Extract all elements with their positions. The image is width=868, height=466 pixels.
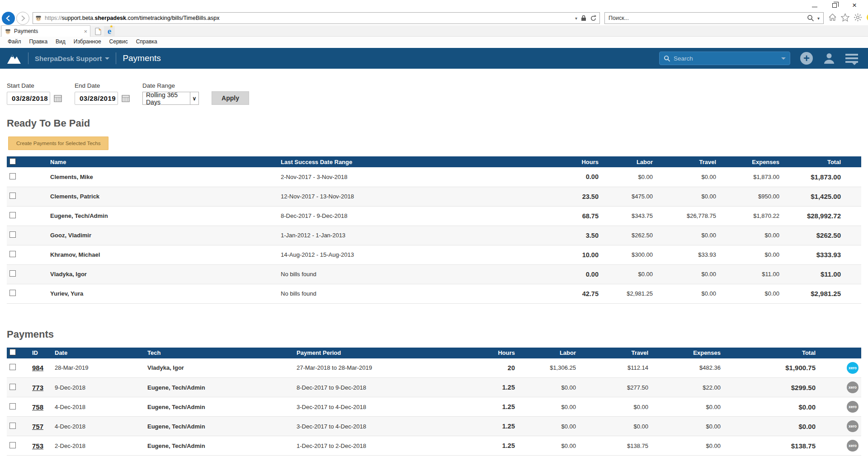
end-date-input[interactable]: 03/28/2019	[75, 92, 118, 105]
labor-value: $0.00	[518, 378, 579, 397]
sherpadesk-favicon	[35, 14, 42, 22]
select-all-checkbox[interactable]	[9, 349, 16, 355]
col-travel: Travel	[656, 156, 719, 167]
total-value: $299.50	[723, 378, 818, 397]
menu-file[interactable]: Файл	[4, 38, 25, 45]
tab-payments[interactable]: Payments ×	[1, 25, 90, 37]
xero-sync-badge[interactable]: xero	[847, 401, 859, 413]
payment-id-link[interactable]: 773	[32, 384, 43, 391]
payment-id-link[interactable]: 758	[32, 403, 43, 411]
new-tab-page-icon: ★	[95, 28, 101, 35]
sherpadesk-logo[interactable]	[6, 52, 22, 65]
menu-help[interactable]: Справка	[132, 38, 161, 45]
payment-id-link[interactable]: 984	[32, 364, 43, 372]
row-checkbox[interactable]	[9, 173, 16, 179]
forward-button[interactable]	[16, 12, 29, 25]
hours-value: 0.00	[533, 264, 601, 284]
row-checkbox[interactable]	[9, 384, 16, 390]
open-edge-button[interactable]: e	[104, 26, 115, 36]
apply-button[interactable]: Apply	[212, 91, 249, 105]
address-bar[interactable]: https://support.beta.sherpadesk.com/time…	[33, 12, 600, 24]
new-tab-button[interactable]: ★	[93, 27, 103, 36]
total-value: $138.75	[723, 436, 818, 456]
minimize-button[interactable]	[805, 0, 825, 11]
total-value: $1,900.75	[723, 358, 818, 378]
create-payments-button[interactable]: Create Payments for Selected Techs	[8, 137, 108, 150]
payments-table-row: 758 4-Dec-2018 Eugene, Tech/Admin 3-Dec-…	[7, 397, 861, 417]
select-all-checkbox[interactable]	[9, 158, 16, 165]
url-dropdown-caret[interactable]: ▾	[575, 16, 577, 21]
col-range: Last Success Date Range	[278, 156, 533, 167]
search-scope-caret[interactable]	[781, 57, 786, 60]
feedback-smiley-icon[interactable]	[866, 13, 868, 22]
travel-value: $277.50	[579, 378, 651, 397]
svg-text:★: ★	[99, 28, 101, 31]
app-search-placeholder: Search	[674, 55, 781, 62]
row-checkbox[interactable]	[9, 193, 16, 199]
menu-tools[interactable]: Сервис	[105, 38, 132, 45]
main-menu-icon[interactable]	[845, 54, 858, 63]
xero-sync-badge[interactable]: xero	[847, 381, 859, 393]
user-profile-icon[interactable]	[823, 52, 835, 65]
menu-favorites[interactable]: Избранное	[70, 38, 105, 45]
menu-view[interactable]: Вид	[52, 38, 70, 45]
row-checkbox[interactable]	[9, 212, 16, 218]
tab-close-icon[interactable]: ×	[84, 28, 87, 35]
row-checkbox[interactable]	[9, 364, 16, 370]
hours-value: 23.50	[533, 187, 601, 206]
back-button[interactable]	[2, 12, 15, 25]
xero-sync-badge[interactable]: xero	[847, 440, 859, 452]
calendar-icon[interactable]	[54, 94, 62, 102]
xero-sync-badge[interactable]: xero	[847, 362, 859, 374]
labor-value: $0.00	[601, 264, 656, 284]
app-search-input[interactable]: Search	[659, 52, 790, 65]
payment-id-link[interactable]: 753	[32, 442, 43, 450]
restore-button[interactable]	[825, 0, 844, 11]
home-icon[interactable]	[828, 13, 837, 22]
tab-bar: Payments × ★ e	[0, 25, 868, 37]
date-range-select[interactable]: Rolling 365 Days ∨	[142, 92, 199, 105]
calendar-icon[interactable]	[122, 94, 130, 102]
refresh-icon[interactable]	[590, 15, 597, 22]
travel-value: $0.00	[656, 187, 719, 206]
account-switcher[interactable]: SherpaDesk Support	[35, 55, 109, 62]
settings-gear-icon[interactable]	[854, 13, 862, 22]
row-checkbox[interactable]	[9, 290, 16, 296]
hours-value: 3.50	[533, 226, 601, 245]
ready-table-row: Eugene, Tech/Admin 8-Dec-2017 - 9-Dec-20…	[7, 206, 861, 226]
favorites-star-icon[interactable]	[841, 13, 849, 22]
payments-table-row: 984 28-Mar-2019 Vladyka, Igor 27-Mar-201…	[7, 358, 861, 378]
row-checkbox[interactable]	[9, 403, 16, 410]
total-value: $1,425.00	[782, 187, 861, 206]
browser-title-bar: ×	[0, 0, 868, 11]
xero-sync-badge[interactable]: xero	[847, 420, 859, 432]
total-value: $2,981.25	[782, 284, 861, 303]
close-button[interactable]: ×	[844, 0, 864, 11]
row-checkbox[interactable]	[9, 251, 16, 257]
payment-id-link[interactable]: 757	[32, 423, 43, 430]
expenses-value: $22.00	[651, 378, 723, 397]
menu-edit[interactable]: Правка	[25, 38, 52, 45]
search-dropdown-caret[interactable]: ▾	[817, 16, 820, 21]
col-period: Payment Period	[294, 348, 461, 358]
search-icon[interactable]	[807, 14, 814, 22]
last-success-range: No bills found	[278, 284, 533, 303]
start-date-input[interactable]: 03/28/2018	[7, 92, 50, 105]
row-checkbox[interactable]	[9, 442, 16, 448]
tech-name: Eugene, Tech/Admin	[47, 206, 278, 226]
tech-name: Gooz, Vladimir	[47, 226, 278, 245]
labor-value: $2,981.25	[601, 284, 656, 303]
travel-value: $112.14	[579, 358, 651, 378]
browser-search-box[interactable]: Поиск... ▾	[604, 12, 824, 24]
expenses-value: $0.00	[651, 436, 723, 456]
row-checkbox[interactable]	[9, 270, 16, 277]
hours-value: 20	[461, 358, 518, 378]
row-checkbox[interactable]	[9, 231, 16, 238]
travel-value: $138.75	[579, 436, 651, 456]
row-checkbox[interactable]	[9, 423, 16, 429]
travel-value: $0.00	[656, 284, 719, 303]
total-value: $333.93	[782, 245, 861, 264]
col-hours: Hours	[461, 348, 518, 358]
tab-favicon	[5, 28, 11, 35]
add-new-button[interactable]: +	[800, 52, 813, 65]
